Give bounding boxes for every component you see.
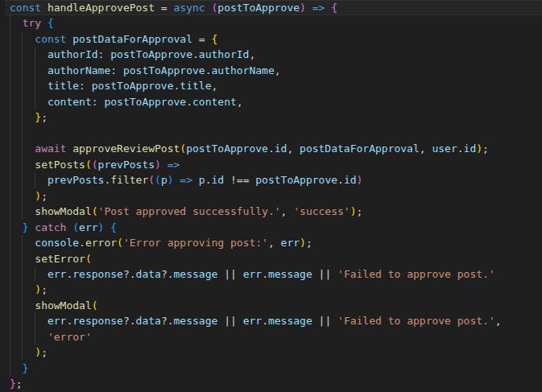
code-token xyxy=(10,142,35,155)
code-token: showModal xyxy=(35,299,91,312)
code-line: 'error' xyxy=(0,329,542,345)
code-token: ) xyxy=(350,205,357,217)
code-token xyxy=(41,2,48,14)
code-token: message xyxy=(174,268,218,280)
code-text: ); xyxy=(0,345,542,360)
code-token: ; xyxy=(41,283,48,295)
indent-guide xyxy=(10,126,10,141)
code-token: approveReviewPost xyxy=(72,142,180,155)
code-token: ; xyxy=(482,142,489,155)
code-text: authorName: postToApprove.authorName, xyxy=(0,63,542,78)
code-token: ; xyxy=(357,205,363,217)
code-token: message xyxy=(268,315,312,327)
code-token: , xyxy=(281,205,294,217)
code-token: prevPosts xyxy=(48,174,104,186)
indent-guide xyxy=(22,126,23,141)
code-token: , xyxy=(237,96,243,108)
code-token: try xyxy=(23,17,41,29)
code-token xyxy=(10,111,35,123)
code-token: postToApprove xyxy=(186,142,268,155)
code-text: const postDataForApproval = { xyxy=(0,31,542,47)
code-token xyxy=(10,64,48,76)
code-token: } xyxy=(35,111,41,123)
code-token: postDataForApproval xyxy=(72,33,192,45)
code-token xyxy=(117,64,123,76)
code-token: handleApprovePost xyxy=(48,2,155,14)
code-token: content xyxy=(48,96,92,108)
code-token: . xyxy=(457,142,464,155)
code-token xyxy=(192,174,199,186)
code-text: }; xyxy=(0,109,542,125)
code-token: ) xyxy=(357,174,363,186)
code-text: console.error('Error approving post:', e… xyxy=(0,235,542,250)
code-token: { xyxy=(110,221,117,233)
code-token: = xyxy=(155,2,173,14)
code-line: ); xyxy=(0,345,542,360)
code-token: : xyxy=(79,80,85,92)
code-token xyxy=(224,174,230,186)
code-line: const postDataForApproval = { xyxy=(0,31,542,47)
code-token: ) xyxy=(168,174,174,186)
code-token: postToApprove xyxy=(104,96,186,108)
code-line: try { xyxy=(0,15,542,31)
code-token: => xyxy=(312,2,325,14)
code-text: err.response?.data?.message || err.messa… xyxy=(0,313,542,328)
code-token: data xyxy=(136,315,161,327)
code-token: ; xyxy=(41,111,48,123)
code-token xyxy=(10,283,35,295)
code-token: id xyxy=(212,174,225,186)
code-token: setPosts xyxy=(35,159,85,171)
code-text: content: postToApprove.content, xyxy=(0,94,542,109)
code-token: postDataForApproval xyxy=(300,142,420,155)
code-token xyxy=(10,315,48,327)
code-token: prevPosts xyxy=(98,159,155,171)
code-token: err xyxy=(48,268,66,280)
code-line: } xyxy=(0,361,542,376)
code-token: . xyxy=(186,96,192,108)
code-token xyxy=(306,2,312,14)
code-token xyxy=(10,221,23,233)
code-token: 'Post approved successfully.' xyxy=(98,205,281,217)
code-token: => xyxy=(180,174,192,186)
code-line: } catch (err) { xyxy=(0,220,542,235)
code-token: 'Error approving post:' xyxy=(123,237,268,249)
code-token: ( xyxy=(92,159,98,171)
code-token xyxy=(10,159,35,171)
code-token: . xyxy=(192,48,199,60)
code-token: async xyxy=(174,2,205,14)
code-line: showModal('Post approved successfully.',… xyxy=(0,204,542,219)
code-token: ( xyxy=(180,142,186,155)
code-token xyxy=(10,17,23,29)
code-token: ( xyxy=(92,299,98,312)
code-token: . xyxy=(337,174,344,186)
code-token: . xyxy=(205,174,212,186)
code-token: const xyxy=(10,2,41,14)
code-token: 'Failed to approve post.' xyxy=(337,315,495,327)
code-token: authorName xyxy=(48,64,110,76)
code-token xyxy=(10,80,48,92)
code-token xyxy=(10,205,35,217)
code-token: err xyxy=(243,268,262,280)
code-token: { xyxy=(211,33,217,45)
code-token: postToApprove xyxy=(217,2,300,14)
code-token: . xyxy=(268,142,275,155)
code-token: !== xyxy=(230,174,249,186)
code-line: const handleApprovePost = async (postToA… xyxy=(0,0,542,15)
code-token xyxy=(10,174,48,186)
code-text: const handleApprovePost = async (postToA… xyxy=(0,0,542,15)
code-text: ); xyxy=(0,282,542,297)
code-line: err.response?.data?.message || err.messa… xyxy=(0,266,542,282)
code-line: setError( xyxy=(0,251,542,266)
code-text: ); xyxy=(0,188,542,204)
code-text: try { xyxy=(0,15,542,31)
code-token xyxy=(10,346,35,358)
code-token: ) xyxy=(476,142,482,155)
code-token: authorId xyxy=(48,48,98,60)
code-text: showModal('Post approved successfully.',… xyxy=(0,204,542,219)
code-token: { xyxy=(48,17,54,29)
code-token xyxy=(85,80,92,92)
code-token: . xyxy=(262,268,268,280)
code-line: err.response?.data?.message || err.messa… xyxy=(0,313,542,328)
code-editor[interactable]: const handleApprovePost = async (postToA… xyxy=(0,0,542,392)
code-line: content: postToApprove.content, xyxy=(0,94,542,109)
